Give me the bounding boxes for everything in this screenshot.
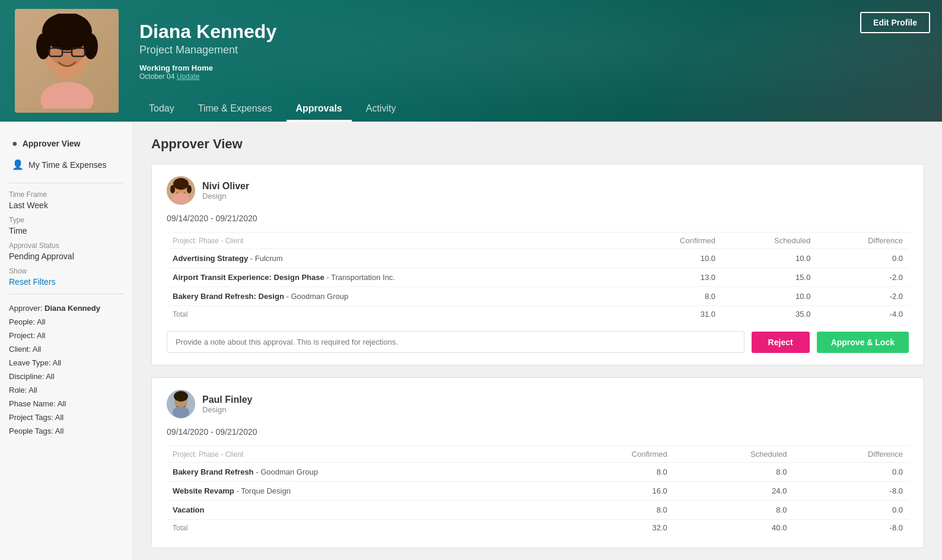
card2-row1-client: - Goodman Group <box>254 467 318 476</box>
row2-scheduled: 15.0 <box>721 268 816 287</box>
person-icon: 👤 <box>12 159 24 170</box>
table-row: Website Revamp - Torque Design 16.0 24.0… <box>167 482 909 501</box>
card1-total-label: Total <box>167 306 628 323</box>
approval-card-1: Nivi Oliver Design 09/14/2020 - 09/21/20… <box>151 164 924 365</box>
type-value[interactable]: Time <box>9 226 124 236</box>
approval-status-label: Approval Status <box>9 241 124 250</box>
header-status: Working from Home October 04 Update <box>139 63 930 81</box>
card1-col-scheduled: Scheduled <box>721 233 816 249</box>
profile-avatar <box>15 9 119 113</box>
show-label: Show <box>9 267 124 275</box>
header-nav: Today Time & Expenses Approvals Activity <box>139 97 930 122</box>
row1-scheduled: 10.0 <box>721 249 816 268</box>
header-role: Project Management <box>139 44 930 56</box>
nav-approvals[interactable]: Approvals <box>287 97 352 122</box>
card2-person-dept: Design <box>202 405 252 414</box>
card1-header: Nivi Oliver Design <box>167 176 909 205</box>
card1-col-difference: Difference <box>816 233 909 249</box>
header-info: Diana Kennedy Project Management Working… <box>133 0 942 122</box>
filter-discipline[interactable]: Discipline: All <box>9 370 124 383</box>
nav-today[interactable]: Today <box>139 97 184 122</box>
table-row: Airport Transit Experience: Design Phase… <box>167 268 909 287</box>
header-avatar-container <box>0 0 133 122</box>
card2-total-scheduled: 40.0 <box>673 520 793 536</box>
card2-row2-confirmed: 16.0 <box>556 482 673 501</box>
card2-row1-confirmed: 8.0 <box>556 463 673 482</box>
row2-difference: -2.0 <box>816 268 909 287</box>
card2-row1-scheduled: 8.0 <box>673 463 793 482</box>
edit-profile-button[interactable]: Edit Profile <box>860 12 930 33</box>
nav-activity[interactable]: Activity <box>357 97 406 122</box>
filter-client[interactable]: Client: All <box>9 342 124 356</box>
approval-status-value[interactable]: Pending Approval <box>9 252 124 261</box>
card2-date-range: 09/14/2020 - 09/21/2020 <box>167 427 909 437</box>
main-layout: ● Approver View 👤 My Time & Expenses Tim… <box>0 122 942 560</box>
card2-avatar <box>167 390 195 418</box>
page-title: Approver View <box>151 136 924 152</box>
card2-row3-difference: 0.0 <box>793 501 909 520</box>
header-name: Diana Kennedy <box>139 21 930 43</box>
card1-person-dept: Design <box>202 192 249 201</box>
row1-confirmed: 10.0 <box>628 249 721 268</box>
filter-people[interactable]: People: All <box>9 315 124 329</box>
approval-card-2: Paul Finley Design 09/14/2020 - 09/21/20… <box>151 377 924 548</box>
card2-row3-project: Vacation <box>173 505 204 514</box>
card2-total-row: Total 32.0 40.0 -8.0 <box>167 520 909 536</box>
row2-confirmed: 13.0 <box>628 268 721 287</box>
update-link[interactable]: Update <box>177 72 200 81</box>
table-row: Bakery Brand Refresh - Goodman Group 8.0… <box>167 463 909 482</box>
svg-point-1 <box>48 26 86 67</box>
card2-row2-scheduled: 24.0 <box>673 482 793 501</box>
sidebar-divider-2 <box>9 294 124 294</box>
row3-client: - Goodman Group <box>284 292 348 301</box>
timeframe-label: Time Frame <box>9 190 124 199</box>
sidebar: ● Approver View 👤 My Time & Expenses Tim… <box>0 122 133 560</box>
card2-row3-confirmed: 8.0 <box>556 501 673 520</box>
card1-total-confirmed: 31.0 <box>628 306 721 323</box>
svg-point-0 <box>44 26 90 79</box>
reset-filters[interactable]: Reset Filters <box>9 277 124 287</box>
svg-point-13 <box>187 185 192 193</box>
filter-phase-name[interactable]: Phase Name: All <box>9 397 124 411</box>
header-status-line1: Working from Home <box>139 63 930 72</box>
card2-col-scheduled: Scheduled <box>673 446 793 463</box>
svg-rect-6 <box>72 48 85 56</box>
card1-person-name: Nivi Oliver <box>202 181 249 192</box>
card1-total-row: Total 31.0 35.0 -4.0 <box>167 306 909 323</box>
card2-col-project: Project: Phase - Client <box>167 446 556 463</box>
svg-point-17 <box>174 391 188 402</box>
filter-approver: Approver: Diana Kennedy <box>9 301 124 315</box>
card1-approve-button[interactable]: Approve & Lock <box>817 332 909 353</box>
card1-date-range: 09/14/2020 - 09/21/2020 <box>167 214 909 223</box>
card2-row1-difference: 0.0 <box>793 463 909 482</box>
card1-reject-button[interactable]: Reject <box>752 332 810 353</box>
sidebar-item-approver-view[interactable]: ● Approver View <box>9 133 124 154</box>
card2-table: Project: Phase - Client Confirmed Schedu… <box>167 446 909 536</box>
filter-people-tags[interactable]: People Tags: All <box>9 424 124 438</box>
sidebar-approver-view-label: Approver View <box>23 139 81 148</box>
timeframe-value[interactable]: Last Week <box>9 201 124 210</box>
svg-point-3 <box>36 33 50 59</box>
filter-role[interactable]: Role: All <box>9 383 124 397</box>
card2-row1-project: Bakery Brand Refresh <box>173 467 254 476</box>
sidebar-divider-1 <box>9 183 124 183</box>
card2-row2-client: - Torque Design <box>234 486 291 495</box>
card1-person-info: Nivi Oliver Design <box>202 181 249 201</box>
filter-leave-type[interactable]: Leave Type: All <box>9 356 124 370</box>
card2-person-info: Paul Finley Design <box>202 394 252 414</box>
check-circle-icon: ● <box>12 138 18 149</box>
card1-note-input[interactable] <box>167 331 744 353</box>
header-status-date: October 04 Update <box>139 72 930 81</box>
svg-point-4 <box>84 33 98 59</box>
row1-difference: 0.0 <box>816 249 909 268</box>
table-row: Vacation 8.0 8.0 0.0 <box>167 501 909 520</box>
svg-rect-5 <box>49 48 62 56</box>
filter-project[interactable]: Project: All <box>9 329 124 342</box>
row3-project: Bakery Brand Refresh: Design <box>173 292 284 301</box>
card1-table: Project: Phase - Client Confirmed Schedu… <box>167 232 909 322</box>
sidebar-item-my-time[interactable]: 👤 My Time & Expenses <box>9 154 124 176</box>
nav-time-expenses[interactable]: Time & Expenses <box>189 97 282 122</box>
filter-project-tags[interactable]: Project Tags: All <box>9 411 124 424</box>
row1-client: - Fulcrum <box>248 254 283 263</box>
card2-total-difference: -8.0 <box>793 520 909 536</box>
